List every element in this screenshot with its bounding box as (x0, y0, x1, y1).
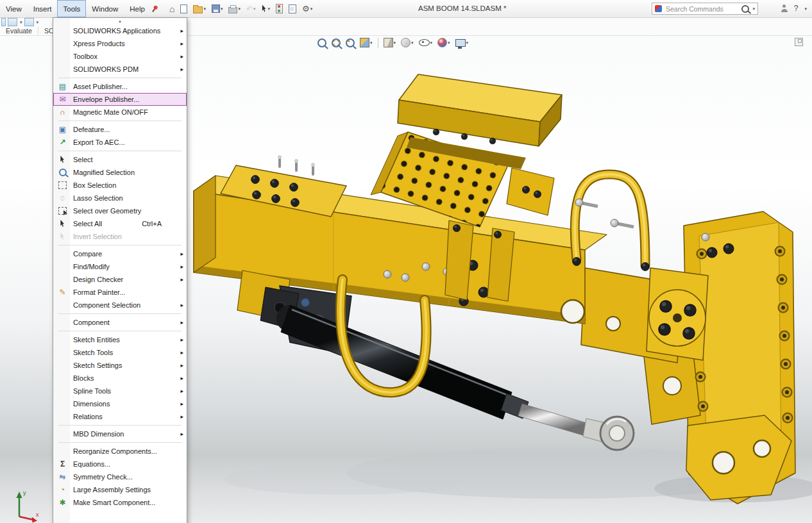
menu-item-reorganize-components[interactable]: Reorganize Components... (53, 445, 187, 458)
menu-item-compare[interactable]: Compare▸ (53, 247, 187, 260)
menu-item-magnetic-mate-on-off[interactable]: ∩Magnetic Mate ON/OFF (53, 106, 187, 119)
dropdown-arrow-icon[interactable]: ▾ (370, 40, 373, 45)
undo-icon: ↶ (246, 5, 253, 13)
menu-item-asset-publisher[interactable]: ▤Asset Publisher... (53, 80, 187, 93)
menu-item-magnified-selection[interactable]: Magnified Selection (53, 166, 187, 179)
magnetic-mate-icon: ∩ (55, 107, 70, 117)
format-painter-icon: ✎ (55, 287, 70, 297)
dropdown-arrow-icon[interactable]: ▾ (203, 6, 206, 11)
menu-item-icon-spacer (55, 411, 70, 422)
search-input[interactable] (664, 4, 739, 13)
rebuild-button[interactable] (275, 3, 284, 14)
search-dropdown-arrow-icon[interactable]: ▾ (752, 6, 755, 11)
new-document-button[interactable] (179, 4, 189, 14)
edit-appearance-button[interactable]: ▾ (436, 37, 452, 49)
menu-window[interactable]: Window (86, 0, 124, 17)
menu-item-defeature[interactable]: ▣Defeature... (53, 123, 187, 136)
partial-toolbar-icon[interactable] (8, 18, 17, 26)
menu-separator (58, 313, 182, 314)
menu-item-equations[interactable]: ΣEquations... (53, 458, 187, 470)
file-properties-button[interactable] (287, 4, 298, 14)
dropdown-arrow-icon[interactable]: ▾ (310, 6, 313, 11)
submenu-arrow-icon: ▸ (177, 413, 183, 420)
dropdown-arrow-icon[interactable]: ▾ (37, 20, 39, 24)
dropdown-arrow-icon[interactable]: ▾ (268, 6, 271, 11)
menu-item-component[interactable]: Component▸ (53, 316, 187, 329)
select-button[interactable]: ▾ (260, 4, 272, 13)
open-button[interactable]: ▾ (192, 4, 207, 14)
menu-item-mbd-dimension[interactable]: MBD Dimension▸ (53, 428, 187, 440)
menu-item-format-painter[interactable]: ✎Format Painter... (53, 286, 187, 299)
menu-item-select-all[interactable]: Select AllCtrl+A (53, 217, 187, 230)
menu-item-xpress-products[interactable]: Xpress Products▸ (53, 37, 187, 50)
user-icon[interactable] (781, 4, 788, 12)
menu-item-sketch-settings[interactable]: Sketch Settings▸ (53, 359, 187, 372)
menu-item-select[interactable]: Select (53, 153, 187, 166)
menu-item-icon-spacer (55, 300, 70, 310)
section-view-icon (360, 38, 369, 47)
dropdown-arrow-icon[interactable]: ▾ (221, 6, 223, 11)
dropdown-arrow-icon[interactable]: ▾ (411, 40, 414, 45)
magnifier-icon[interactable] (741, 5, 749, 13)
viewport-expand-icon[interactable] (795, 38, 803, 46)
view-settings-button[interactable]: ▾ (453, 38, 471, 48)
home-button[interactable]: ⌂ (168, 4, 176, 14)
display-style-button[interactable]: ▾ (399, 37, 416, 49)
menu-item-blocks[interactable]: Blocks▸ (53, 372, 187, 385)
menu-item-icon-spacer (55, 335, 70, 345)
menu-view[interactable]: View (0, 0, 28, 17)
section-view-button[interactable]: ▾ (358, 37, 375, 49)
menu-item-sketch-tools[interactable]: Sketch Tools▸ (53, 346, 187, 359)
dropdown-arrow-icon[interactable]: ▾ (238, 6, 241, 11)
menu-item-make-smart-component[interactable]: ✱Make Smart Component... (53, 496, 187, 509)
help-button[interactable]: ? (794, 4, 799, 13)
partial-toolbar-icon[interactable] (1, 18, 6, 26)
partial-toolbar-icon[interactable] (24, 18, 34, 26)
menu-item-export-to-aec[interactable]: ↗Export To AEC... (53, 136, 187, 149)
print-button[interactable]: ▾ (227, 4, 242, 14)
menu-item-symmetry-check[interactable]: ⇋Symmetry Check... (53, 470, 187, 483)
dropdown-arrow-icon[interactable]: ▾ (448, 40, 450, 45)
undo-button[interactable]: ↶▾ (245, 4, 257, 13)
menu-item-envelope-publisher[interactable]: ✉Envelope Publisher... (53, 93, 187, 106)
menu-item-dimensions[interactable]: Dimensions▸ (53, 397, 187, 410)
dropdown-arrow-icon[interactable]: ▾ (20, 20, 22, 24)
view-orientation-button[interactable]: ▾ (382, 37, 398, 49)
menu-item-relations[interactable]: Relations▸ (53, 410, 187, 423)
menu-tools[interactable]: Tools (57, 0, 86, 17)
menu-item-toolbox[interactable]: Toolbox▸ (53, 50, 187, 63)
menu-item-icon-spacer (55, 386, 70, 396)
previous-view-button[interactable] (344, 37, 357, 49)
zoom-to-fit-button[interactable] (316, 37, 328, 49)
menu-item-solidworks-pdm[interactable]: SOLIDWORKS PDM▸ (53, 63, 187, 76)
menu-item-box-selection[interactable]: Box Selection (53, 179, 187, 192)
menu-item-spline-tools[interactable]: Spline Tools▸ (53, 385, 187, 397)
save-button[interactable]: ▾ (210, 4, 224, 13)
help-dropdown-arrow-icon[interactable]: ▾ (804, 6, 807, 11)
search-commands-box[interactable]: ▾ (652, 3, 758, 15)
menu-item-label: Spline Tools (73, 387, 177, 395)
menu-item-lasso-selection[interactable]: ◌Lasso Selection (53, 192, 187, 204)
make-smart-component-icon: ✱ (55, 497, 70, 508)
dropdown-arrow-icon[interactable]: ▾ (466, 40, 469, 45)
menu-item-design-checker[interactable]: Design Checker▸ (53, 273, 187, 286)
menu-item-select-over-geometry[interactable]: Select over Geometry (53, 204, 187, 217)
tab-evaluate[interactable]: Evaluate (0, 27, 38, 35)
dropdown-arrow-icon[interactable]: ▾ (394, 40, 396, 45)
menu-item-solidworks-applications[interactable]: SOLIDWORKS Applications▸ (53, 24, 187, 37)
menu-item-label: Relations (73, 413, 177, 420)
menu-help[interactable]: Help (124, 0, 151, 17)
menu-item-label: Toolbox (73, 53, 177, 60)
make-smart-component-icon: ✱ (59, 499, 65, 506)
menu-item-large-assembly-settings[interactable]: ◔Large Assembly Settings (53, 483, 187, 496)
dropdown-arrow-icon[interactable]: ▾ (430, 40, 433, 45)
menu-item-component-selection[interactable]: Component Selection▸ (53, 299, 187, 311)
options-button[interactable]: ⚙▾ (301, 4, 314, 13)
menu-scroll-up-icon[interactable]: ▴ (53, 18, 187, 24)
zoom-to-area-button[interactable] (330, 37, 343, 49)
menu-item-sketch-entities[interactable]: Sketch Entities▸ (53, 333, 187, 346)
menu-item-find-modify[interactable]: Find/Modify▸ (53, 260, 187, 273)
hide-show-items-button[interactable]: ▾ (417, 38, 435, 47)
menu-insert[interactable]: Insert (28, 0, 58, 17)
dropdown-arrow-icon[interactable]: ▾ (253, 6, 256, 11)
